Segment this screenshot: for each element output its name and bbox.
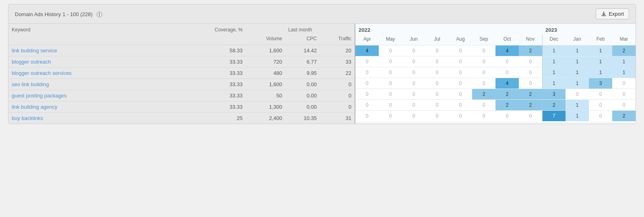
month-cell-0-4: 0 <box>449 45 472 56</box>
month-cell-1-9: 1 <box>566 56 589 67</box>
cpc-col-header[interactable]: CPC <box>285 35 320 45</box>
keyword-cell-6[interactable]: buy backlinks <box>8 113 177 124</box>
cpc-cell-4: 0.00 <box>285 90 320 101</box>
month-cell-2-5: 0 <box>472 67 495 78</box>
month-cell-5-8: 2 <box>542 100 566 111</box>
month-cell-6-10: 0 <box>589 111 612 122</box>
coverage-col-header[interactable]: Coverage, % <box>177 24 246 35</box>
keyword-cell-5[interactable]: link building agency <box>8 101 177 113</box>
month-header-apr-0: Apr <box>355 35 379 45</box>
export-label: Export <box>609 11 624 17</box>
month-cell-2-4: 0 <box>449 67 472 78</box>
domain-ads-history-panel: Domain Ads History 1 - 100 (228) i Expor… <box>8 4 636 124</box>
month-cell-3-2: 0 <box>402 78 425 89</box>
month-cell-1-7: 0 <box>519 56 542 67</box>
month-cell-5-5: 0 <box>472 100 495 111</box>
keyword-cell-1[interactable]: blogger outreach <box>8 56 177 68</box>
keyword-cell-3[interactable]: seo link building <box>8 79 177 90</box>
month-header-mar-11: Mar <box>612 35 636 45</box>
month-cell-3-3: 0 <box>425 78 449 89</box>
traffic-cell-6: 31 <box>320 113 355 124</box>
table-row: seo link building33.331,6000.000 <box>8 79 355 90</box>
month-cell-4-0: 0 <box>355 89 379 100</box>
month-cell-5-11: 0 <box>612 100 636 111</box>
volume-col-header[interactable]: Volume <box>246 35 285 45</box>
table-row: guest posting packages33.33500.000 <box>8 90 355 101</box>
panel-title: Domain Ads History 1 - 100 (228) i <box>15 10 102 17</box>
month-cell-0-2: 0 <box>402 45 425 56</box>
title-text: Domain Ads History <box>15 11 61 17</box>
month-cell-1-6: 0 <box>495 56 519 67</box>
month-cell-0-0: 4 <box>355 45 379 56</box>
coverage-cell-0: 58.33 <box>177 45 246 56</box>
coverage-cell-2: 33.33 <box>177 68 246 79</box>
traffic-cell-1: 33 <box>320 56 355 68</box>
cpc-cell-2: 9.95 <box>285 68 320 79</box>
month-cell-3-9: 1 <box>566 78 589 89</box>
month-cell-3-6: 4 <box>495 78 519 89</box>
month-cell-5-7: 2 <box>519 100 542 111</box>
right-table-row: 000000401130 <box>355 78 636 89</box>
traffic-cell-4: 0 <box>320 90 355 101</box>
right-table: 2022 2023 AprMayJunJulAugSepOctNovDecJan… <box>355 24 636 121</box>
month-cell-6-1: 0 <box>379 111 402 122</box>
month-cell-0-7: 2 <box>519 45 542 56</box>
month-cell-3-0: 0 <box>355 78 379 89</box>
cpc-cell-0: 14.42 <box>285 45 320 56</box>
keyword-cell-4[interactable]: guest posting packages <box>8 90 177 101</box>
keyword-cell-0[interactable]: link building service <box>8 45 177 56</box>
traffic-cell-5: 0 <box>320 101 355 113</box>
month-cell-6-0: 0 <box>355 111 379 122</box>
month-cell-2-2: 0 <box>402 67 425 78</box>
volume-cell-2: 480 <box>246 68 285 79</box>
month-cell-4-7: 2 <box>519 89 542 100</box>
right-table-row: 000000007102 <box>355 111 636 122</box>
panel-header: Domain Ads History 1 - 100 (228) i Expor… <box>8 4 636 24</box>
month-header-feb-10: Feb <box>589 35 612 45</box>
export-icon <box>601 11 607 17</box>
header-title-area: Domain Ads History 1 - 100 (228) i <box>15 10 102 17</box>
table-row: blogger outreach services33.334809.9522 <box>8 68 355 79</box>
month-cell-6-5: 0 <box>472 111 495 122</box>
volume-cell-3: 1,600 <box>246 79 285 90</box>
month-cell-3-11: 0 <box>612 78 636 89</box>
month-cell-1-11: 1 <box>612 56 636 67</box>
month-header-jul-3: Jul <box>425 35 449 45</box>
month-cell-5-6: 2 <box>495 100 519 111</box>
month-cell-1-2: 0 <box>402 56 425 67</box>
traffic-col-header[interactable]: Traffic <box>320 35 355 45</box>
month-header-aug-4: Aug <box>449 35 472 45</box>
table-wrapper: Keyword Coverage, % Last month Volume CP… <box>8 24 636 124</box>
month-cell-3-5: 0 <box>472 78 495 89</box>
month-cell-1-8: 1 <box>542 56 566 67</box>
month-cell-6-6: 0 <box>495 111 519 122</box>
month-header-row: AprMayJunJulAugSepOctNovDecJanFebMar <box>355 35 636 45</box>
right-panel: 2022 2023 AprMayJunJulAugSepOctNovDecJan… <box>355 24 636 124</box>
month-cell-6-8: 7 <box>542 111 566 122</box>
month-cell-1-4: 0 <box>449 56 472 67</box>
month-cell-0-9: 1 <box>566 45 589 56</box>
export-button[interactable]: Export <box>596 8 629 19</box>
volume-cell-0: 1,600 <box>246 45 285 56</box>
month-cell-0-1: 0 <box>379 45 402 56</box>
month-cell-3-7: 0 <box>519 78 542 89</box>
table-row: link building service58.331,60014.4220 <box>8 45 355 56</box>
left-table: Keyword Coverage, % Last month Volume CP… <box>8 24 355 124</box>
month-cell-0-6: 4 <box>495 45 519 56</box>
month-header-jun-2: Jun <box>402 35 425 45</box>
month-header-oct-6: Oct <box>495 35 519 45</box>
right-table-row: 000000001111 <box>355 67 636 78</box>
subcolumn-header-row: Volume CPC Traffic <box>8 35 355 45</box>
traffic-cell-0: 20 <box>320 45 355 56</box>
cpc-cell-5: 0.00 <box>285 101 320 113</box>
cpc-cell-3: 0.00 <box>285 79 320 90</box>
month-cell-6-11: 2 <box>612 111 636 122</box>
month-cell-2-8: 1 <box>542 67 566 78</box>
month-cell-1-1: 0 <box>379 56 402 67</box>
info-icon[interactable]: i <box>97 12 102 17</box>
month-cell-6-3: 0 <box>425 111 449 122</box>
keyword-cell-2[interactable]: blogger outreach services <box>8 68 177 79</box>
right-table-body: 4000004211120000000011110000000011110000… <box>355 45 636 122</box>
month-cell-3-1: 0 <box>379 78 402 89</box>
month-cell-1-5: 0 <box>472 56 495 67</box>
